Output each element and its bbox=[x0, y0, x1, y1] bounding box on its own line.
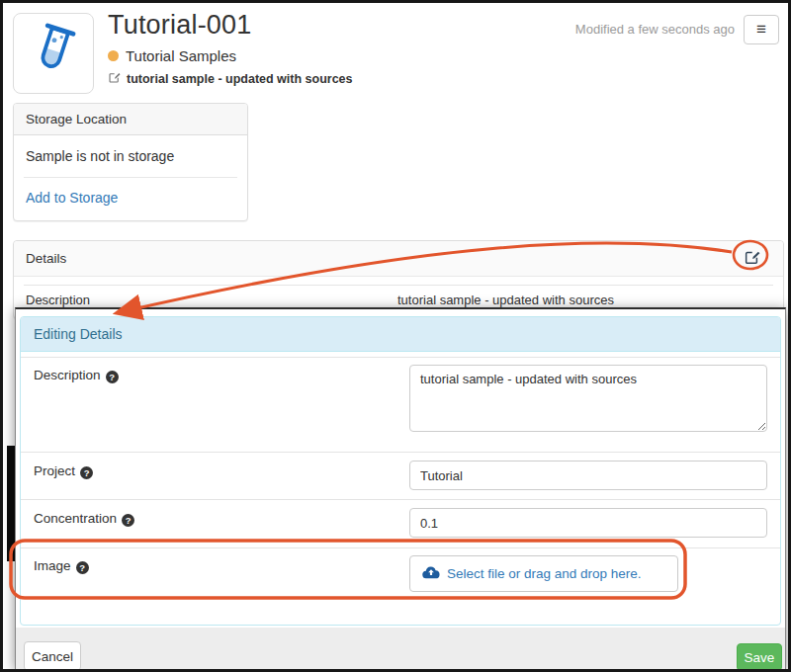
dialog-title: Editing Details bbox=[21, 317, 780, 352]
sample-type-label: Tutorial Samples bbox=[126, 47, 236, 64]
storage-status-text: Sample is not in storage bbox=[14, 135, 247, 164]
dialog-body: Description? tutorial sample - updated w… bbox=[21, 352, 780, 604]
add-to-storage-link[interactable]: Add to Storage bbox=[14, 178, 130, 217]
field-label-text: Image bbox=[34, 558, 71, 573]
field-label-description: Description? bbox=[34, 365, 409, 383]
question-circle-icon[interactable]: ? bbox=[76, 561, 89, 574]
field-row-concentration: Concentration? bbox=[21, 499, 780, 547]
app-window: Tutorial-001 Tutorial Samples tutorial s… bbox=[0, 0, 791, 672]
field-label-image: Image? bbox=[34, 555, 409, 574]
menu-icon: ≡ bbox=[756, 20, 766, 40]
edit-details-button[interactable] bbox=[742, 249, 761, 269]
project-input[interactable] bbox=[409, 461, 767, 490]
concentration-input[interactable] bbox=[409, 508, 767, 538]
field-label-text: Description bbox=[34, 368, 101, 382]
sample-description-row: tutorial sample - updated with sources bbox=[108, 71, 353, 87]
question-circle-icon[interactable]: ? bbox=[122, 514, 134, 527]
field-label-text: Project bbox=[34, 463, 75, 478]
field-row-project: Project? bbox=[21, 452, 780, 499]
editing-details-panel: Editing Details Description? tutorial sa… bbox=[20, 316, 781, 626]
sample-icon-card bbox=[13, 13, 94, 94]
cancel-button[interactable]: Cancel bbox=[24, 641, 81, 671]
page-title: Tutorial-001 bbox=[108, 10, 251, 41]
dropzone-label: Select file or drag and drop here. bbox=[447, 566, 642, 581]
modified-timestamp: Modified a few seconds ago bbox=[575, 22, 735, 37]
field-row-image: Image? Select file or drag and drop here… bbox=[21, 547, 780, 604]
pencil-square-icon bbox=[108, 71, 121, 87]
storage-panel-title: Storage Location bbox=[14, 104, 247, 135]
details-panel-title: Details bbox=[26, 251, 66, 266]
details-row-label: Description bbox=[26, 293, 397, 307]
question-circle-icon[interactable]: ? bbox=[80, 466, 93, 479]
storage-panel: Storage Location Sample is not in storag… bbox=[13, 103, 248, 221]
sample-type-badge: Tutorial Samples bbox=[108, 47, 236, 64]
details-row-value: tutorial sample - updated with sources bbox=[397, 293, 771, 307]
field-label-text: Concentration bbox=[34, 511, 117, 526]
edit-details-dialog: Editing Details Description? tutorial sa… bbox=[15, 307, 786, 669]
question-circle-icon[interactable]: ? bbox=[106, 371, 119, 383]
description-textarea[interactable]: tutorial sample - updated with sources bbox=[409, 365, 767, 432]
field-label-project: Project? bbox=[34, 461, 409, 479]
field-label-concentration: Concentration? bbox=[34, 508, 409, 527]
field-row-description: Description? tutorial sample - updated w… bbox=[21, 357, 780, 452]
test-tube-icon bbox=[19, 17, 88, 90]
menu-button[interactable]: ≡ bbox=[744, 15, 779, 44]
sample-type-dot bbox=[108, 50, 119, 61]
image-dropzone[interactable]: Select file or drag and drop here. bbox=[409, 555, 678, 592]
save-button[interactable]: Save bbox=[737, 643, 782, 671]
cloud-upload-icon bbox=[422, 566, 440, 582]
dialog-footer: Cancel Save bbox=[16, 628, 785, 669]
pencil-square-icon bbox=[744, 254, 760, 269]
details-panel-heading: Details bbox=[14, 241, 783, 277]
sample-description-text: tutorial sample - updated with sources bbox=[127, 72, 353, 86]
